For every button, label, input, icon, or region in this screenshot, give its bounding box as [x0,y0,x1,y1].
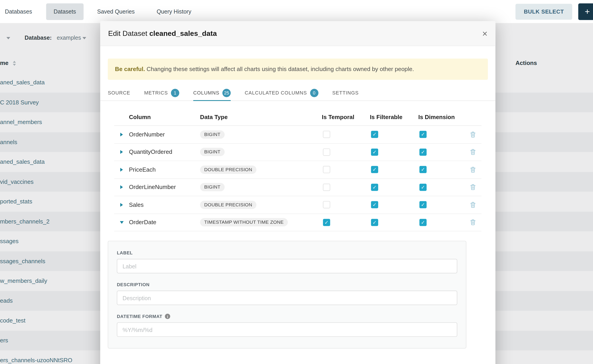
owner-filter-caret-icon[interactable] [6,37,10,39]
tab-settings-label: SETTINGS [332,90,359,96]
dataset-link[interactable]: mbers_channels_2 [0,218,50,225]
dataset-link[interactable]: ssages [0,238,19,245]
delete-column-button[interactable] [464,131,481,137]
nav-tab-saved-queries[interactable]: Saved Queries [97,8,135,15]
tab-columns-label: COLUMNS [193,90,219,96]
is-temporal-checkbox[interactable] [323,166,330,173]
is-temporal-checkbox[interactable] [323,201,330,208]
columns-table: Column Data Type Is Temporal Is Filterab… [114,101,481,231]
close-icon[interactable]: × [482,29,488,38]
is-temporal-checkbox[interactable] [323,219,330,226]
tab-metrics-label: METRICS [144,90,168,96]
columns-count-badge: 25 [223,89,231,97]
column-type-badge: BIGINT [200,130,225,139]
column-row: QuantityOrdered BIGINT [114,143,481,161]
nav-tab-query-history[interactable]: Query History [157,8,191,15]
top-nav: Databases Datasets Saved Queries Query H… [0,0,593,23]
is-dimension-checkbox[interactable] [420,131,427,138]
expand-caret-icon[interactable] [120,133,123,136]
is-filterable-checkbox[interactable] [371,184,378,191]
modal-body: Be careful. Changing these settings will… [100,59,495,349]
dataset-link[interactable]: aned_sales_data [0,159,45,165]
column-name: QuantityOrdered [129,149,200,155]
column-name: OrderLineNumber [129,184,200,191]
is-dimension-checkbox[interactable] [420,148,427,156]
modal-title-prefix: Edit Dataset [108,29,147,37]
dataset-link[interactable]: ported_stats [0,198,32,205]
column-type-badge: DOUBLE PRECISION [200,201,256,209]
dataset-link[interactable]: ers_channels-uzooNNtSRO [0,357,72,364]
trash-icon [470,220,475,226]
metrics-count-badge: 1 [171,89,179,97]
description-input[interactable] [117,291,457,305]
datetime-format-input[interactable] [117,323,457,337]
is-dimension-checkbox[interactable] [420,201,427,208]
column-header: Column [129,114,200,120]
column-name: Sales [129,202,200,208]
modal-tabs: SOURCE METRICS 1 COLUMNS 25 CALCULATED C… [100,85,495,101]
warning-banner: Be careful. Changing these settings will… [108,59,488,80]
is-filterable-checkbox[interactable] [371,131,378,138]
is-filterable-checkbox[interactable] [371,148,378,156]
edit-dataset-modal: Edit Dataset cleaned_sales_data × Be car… [100,21,495,364]
dataset-link[interactable]: ers [0,337,8,344]
dataset-link[interactable]: C 2018 Survey [0,99,39,106]
column-row: OrderNumber BIGINT [114,126,481,143]
tab-calculated-columns[interactable]: CALCULATED COLUMNS 0 [245,85,318,101]
dataset-link[interactable]: w_members_daily [0,278,47,284]
expand-caret-icon[interactable] [120,168,123,172]
calculated-columns-count-badge: 0 [310,89,318,97]
datetime-format-field-label: DATETIME FORMAT i [117,314,457,319]
name-column-header[interactable]: me [0,60,9,66]
nav-tab-datasets[interactable]: Datasets [46,3,84,20]
is-temporal-checkbox[interactable] [323,184,330,191]
database-filter-label: Database: [25,34,52,41]
dataset-link[interactable]: aned_sales_data [0,79,45,86]
add-dataset-button[interactable]: + [578,3,593,20]
is-filterable-checkbox[interactable] [371,166,378,173]
dataset-link[interactable]: annel_members [0,119,42,126]
label-input[interactable] [117,259,457,273]
column-name: OrderDate [129,219,200,226]
tab-columns[interactable]: COLUMNS 25 [193,85,231,101]
bulk-select-button[interactable]: BULK SELECT [516,4,572,20]
tab-metrics[interactable]: METRICS 1 [144,85,179,101]
collapse-caret-icon[interactable] [120,221,123,224]
trash-icon [470,202,475,208]
dataset-link[interactable]: ssages_channels [0,258,45,265]
trash-icon [470,131,475,137]
is-temporal-checkbox[interactable] [323,148,330,156]
delete-column-button[interactable] [464,149,481,155]
column-row: OrderLineNumber BIGINT [114,179,481,196]
dataset-link[interactable]: code_test [0,317,26,324]
tab-source[interactable]: SOURCE [108,85,130,101]
nav-tab-databases[interactable]: Databases [5,8,32,15]
is-temporal-checkbox[interactable] [323,131,330,138]
sort-icon[interactable] [13,61,16,66]
delete-column-button[interactable] [464,202,481,208]
is-dimension-checkbox[interactable] [420,184,427,191]
trash-icon [470,149,475,155]
is-dimension-checkbox[interactable] [420,219,427,226]
dataset-link[interactable]: annels [0,139,17,145]
is-filterable-checkbox[interactable] [371,201,378,208]
expand-caret-icon[interactable] [120,185,123,189]
delete-column-button[interactable] [464,167,481,173]
column-type-badge: BIGINT [200,148,225,156]
dataset-link[interactable]: eads [0,298,13,304]
column-detail-panel: LABEL DESCRIPTION DATETIME FORMAT i [108,241,466,349]
dataset-link[interactable]: vid_vaccines [0,178,34,185]
warning-bold-text: Be careful. [115,66,145,72]
is-filterable-checkbox[interactable] [371,219,378,226]
delete-column-button[interactable] [464,220,481,226]
label-field-label: LABEL [117,250,457,255]
is-dimension-checkbox[interactable] [420,166,427,173]
database-filter-value[interactable]: examples [57,34,81,41]
delete-column-button[interactable] [464,184,481,190]
column-name: OrderNumber [129,131,200,138]
description-field-label: DESCRIPTION [117,282,457,287]
expand-caret-icon[interactable] [120,150,123,154]
tab-settings[interactable]: SETTINGS [332,85,359,101]
database-filter-caret-icon[interactable] [82,37,86,39]
expand-caret-icon[interactable] [120,203,123,207]
